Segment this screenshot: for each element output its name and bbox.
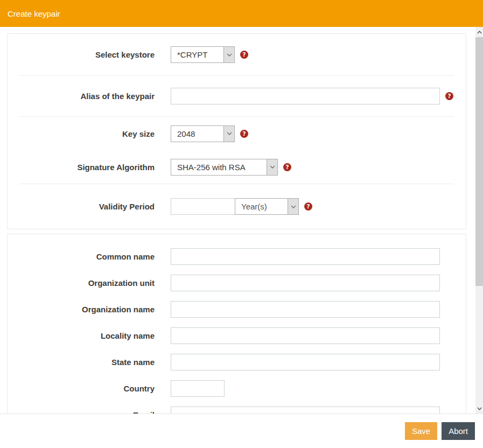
- alias-help-icon[interactable]: ?: [445, 92, 453, 100]
- key-size-select[interactable]: 2048: [171, 125, 235, 142]
- validity-unit-select[interactable]: Year(s): [235, 198, 299, 215]
- alias-input[interactable]: [171, 88, 440, 104]
- keystore-selected-value: *CRYPT: [171, 50, 223, 59]
- keystore-select[interactable]: *CRYPT: [171, 46, 235, 63]
- dialog-title: Create keypair: [8, 9, 60, 18]
- signature-algorithm-select[interactable]: SHA-256 with RSA: [171, 159, 278, 176]
- validity-period-row: Validity Period Year(s) ?: [8, 184, 466, 229]
- country-label: Country: [8, 384, 155, 393]
- common-name-label: Common name: [8, 252, 155, 261]
- key-size-help-icon[interactable]: ?: [240, 130, 248, 138]
- common-name-row: Common name: [8, 243, 466, 270]
- validity-period-help-icon[interactable]: ?: [304, 202, 312, 211]
- abort-button[interactable]: Abort: [442, 422, 475, 440]
- state-name-input[interactable]: [171, 354, 440, 370]
- scroll-up-arrow-icon[interactable]: [475, 27, 483, 37]
- signature-algorithm-label: Signature Algorithm: [8, 163, 155, 172]
- state-name-row: State name: [8, 349, 466, 375]
- save-button[interactable]: Save: [405, 422, 437, 440]
- organization-unit-row: Organization unit: [8, 270, 466, 296]
- organization-name-label: Organization name: [8, 305, 155, 314]
- state-name-label: State name: [8, 358, 155, 367]
- keystore-help-icon[interactable]: ?: [240, 51, 248, 59]
- dialog-header: Create keypair: [0, 0, 483, 27]
- chevron-down-icon: [288, 199, 298, 214]
- locality-name-row: Locality name: [8, 323, 466, 349]
- validity-period-label: Validity Period: [8, 202, 155, 211]
- scroll-down-arrow-icon[interactable]: [475, 404, 483, 413]
- scrollbar-thumb[interactable]: [475, 37, 483, 286]
- distinguished-name-section: Common name Organization unit Organizati…: [7, 234, 466, 414]
- validity-period-input[interactable]: [171, 198, 235, 215]
- email-input[interactable]: [171, 407, 440, 414]
- country-row: Country: [8, 375, 466, 402]
- dialog-footer: Save Abort: [0, 414, 483, 448]
- dialog-body: Select keystore *CRYPT ? Alias of the ke…: [0, 27, 483, 414]
- signature-algorithm-help-icon[interactable]: ?: [283, 163, 291, 171]
- key-size-label: Key size: [8, 129, 155, 138]
- email-label: Email: [8, 410, 155, 414]
- chevron-down-icon: [267, 159, 277, 175]
- common-name-input[interactable]: [171, 248, 440, 265]
- country-input[interactable]: [171, 380, 225, 397]
- create-keypair-dialog: Create keypair Select keystore *CRYPT ?: [0, 0, 483, 448]
- key-size-row: Key size 2048 ?: [8, 117, 466, 150]
- alias-row: Alias of the keypair ?: [8, 76, 466, 116]
- locality-name-input[interactable]: [171, 327, 440, 344]
- email-row: Email: [8, 402, 466, 414]
- chevron-down-icon: [223, 126, 234, 142]
- keystore-row: Select keystore *CRYPT ?: [8, 34, 466, 75]
- form-content: Select keystore *CRYPT ? Alias of the ke…: [7, 33, 466, 414]
- key-size-selected-value: 2048: [171, 129, 223, 138]
- keystore-label: Select keystore: [8, 50, 155, 59]
- organization-name-input[interactable]: [171, 301, 440, 318]
- organization-name-row: Organization name: [8, 296, 466, 323]
- key-parameters-section: Select keystore *CRYPT ? Alias of the ke…: [7, 33, 466, 229]
- alias-label: Alias of the keypair: [8, 92, 155, 101]
- chevron-down-icon: [223, 47, 234, 62]
- signature-algorithm-selected-value: SHA-256 with RSA: [171, 163, 267, 172]
- validity-unit-selected-value: Year(s): [235, 202, 288, 211]
- signature-algorithm-row: Signature Algorithm SHA-256 with RSA ?: [8, 150, 466, 184]
- organization-unit-label: Organization unit: [8, 278, 155, 288]
- locality-name-label: Locality name: [8, 331, 155, 340]
- scrollbar[interactable]: [475, 27, 483, 414]
- organization-unit-input[interactable]: [171, 275, 440, 291]
